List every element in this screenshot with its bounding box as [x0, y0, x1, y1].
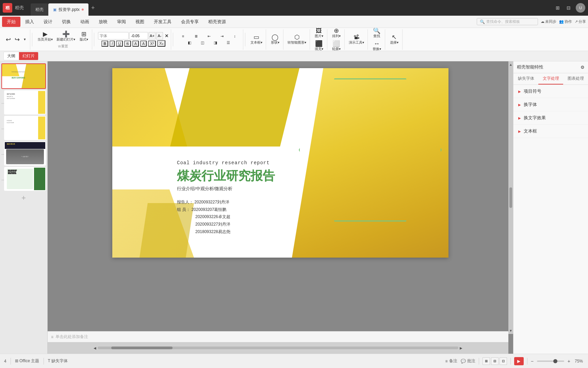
- add-slide-button-panel[interactable]: +: [1, 192, 46, 204]
- slide-thumb-3[interactable]: ■ 某某内容 ■ 会议讨论结果: [4, 116, 46, 140]
- font-row2: B I U S A A X² X₂: [101, 40, 165, 47]
- indent-decrease-button[interactable]: ⇤: [203, 33, 215, 39]
- font-size-decrease-button[interactable]: A-: [156, 32, 163, 40]
- rp-item-bullets[interactable]: ▶ 项目符号: [513, 85, 588, 98]
- right-panel-settings-icon[interactable]: ⚙: [581, 65, 585, 70]
- zoom-plus-button[interactable]: +: [568, 358, 570, 364]
- ribbon-tab-transition[interactable]: 切换: [57, 17, 76, 27]
- notes-status[interactable]: ≡ 备注: [445, 358, 457, 364]
- image-button[interactable]: 🖼 图片▾: [313, 28, 325, 39]
- tab-daoke[interactable]: 稻壳: [31, 3, 48, 16]
- ribbon-tab-dev[interactable]: 开发工具: [149, 17, 176, 27]
- scroll-down-button[interactable]: ▼: [508, 327, 513, 334]
- superscript-button[interactable]: X²: [148, 41, 156, 47]
- missing-font-label[interactable]: T 缺失字体: [48, 358, 68, 364]
- align-right-button[interactable]: ◨: [209, 40, 222, 46]
- more-undo-button[interactable]: ▾: [22, 36, 28, 42]
- undo-button[interactable]: ↩: [4, 36, 12, 43]
- ribbon-tab-daoke-res[interactable]: 稻壳资源: [203, 17, 231, 27]
- replace-button[interactable]: ↔ 替换▾: [371, 40, 383, 51]
- ribbon-tab-insert[interactable]: 插入: [20, 17, 39, 27]
- add-tab-button[interactable]: +: [88, 4, 98, 12]
- outline-label: 轮廓▾: [332, 47, 341, 51]
- rp-tab-chart[interactable]: 图表处理: [563, 73, 588, 85]
- zoom-slider[interactable]: [537, 361, 564, 362]
- align-left-button[interactable]: ◧: [183, 40, 196, 46]
- clear-format-icon[interactable]: ✕: [165, 33, 169, 39]
- layout-button[interactable]: ⊞ 版式▾: [78, 30, 90, 43]
- add-slide-button[interactable]: ➕ 新建幻灯片▾: [55, 30, 77, 43]
- select-button[interactable]: ↖ 选择▾: [388, 33, 400, 46]
- slide-thumb-1[interactable]: 煤炭行业研究报告 Coal industry research report: [1, 63, 46, 89]
- slide-thumb-2[interactable]: 煤炭产品出售报告 煤炭主要产品 煤炭产品应用领域: [4, 90, 46, 114]
- comments-status[interactable]: 💬 批注: [461, 358, 475, 364]
- collaborate-button[interactable]: 👥 协作: [559, 19, 572, 24]
- normal-view-button[interactable]: ⊞: [483, 357, 490, 365]
- font-color-button[interactable]: A: [132, 41, 139, 47]
- shape-button[interactable]: ◯ 形状▾: [269, 33, 281, 46]
- h-scroll-thumb[interactable]: [111, 347, 173, 349]
- fill-button[interactable]: ⬛ 填充▾: [313, 40, 325, 51]
- align-justify-button[interactable]: ☰: [222, 40, 234, 46]
- zoom-thumb[interactable]: [553, 359, 557, 363]
- smartart-button[interactable]: ⬡ 转智能图形▾: [286, 33, 308, 46]
- scroll-thumb[interactable]: [509, 187, 512, 208]
- slide-thumb-5[interactable]: ████ ██████ ████████████ ███ ██████ ████…: [4, 167, 46, 191]
- scroll-left-button[interactable]: ◀: [94, 346, 96, 350]
- rp-item-textbox[interactable]: ▶ 文本框: [513, 125, 588, 138]
- ribbon-tab-review[interactable]: 审阅: [112, 17, 131, 27]
- present-tool-button[interactable]: 📽 演示工具▾: [347, 33, 365, 46]
- numbering-button[interactable]: ≣: [190, 33, 202, 39]
- new-slide-button[interactable]: ▶ 当页开始▾: [36, 30, 54, 43]
- arrange-button[interactable]: ⊕ 排列▾: [330, 28, 342, 39]
- window-layout-icon[interactable]: ⊟: [565, 4, 572, 12]
- sub-ribbon: 大纲 幻灯片: [0, 51, 588, 61]
- reading-view-button[interactable]: ⊡: [500, 357, 507, 365]
- highlight-button[interactable]: A: [140, 41, 147, 47]
- line-spacing-button[interactable]: ↕: [229, 33, 241, 39]
- font-size-input[interactable]: [129, 32, 148, 40]
- grid-view-button[interactable]: ⊟: [491, 357, 499, 365]
- subscript-button[interactable]: X₂: [157, 40, 165, 47]
- ribbon-tab-member[interactable]: 会员专享: [176, 17, 203, 27]
- find-button[interactable]: 🔍 查找: [371, 28, 383, 39]
- bullets-button[interactable]: ≡: [177, 33, 189, 39]
- window-grid-icon[interactable]: ⊞: [554, 4, 561, 12]
- ribbon-tab-view[interactable]: 视图: [131, 17, 149, 27]
- strikethrough-button[interactable]: S: [124, 41, 131, 47]
- user-avatar[interactable]: U: [576, 3, 585, 13]
- play-button[interactable]: ▶: [514, 357, 524, 365]
- scroll-right-button[interactable]: ▶: [460, 346, 462, 350]
- zoom-minus-button[interactable]: −: [531, 358, 534, 364]
- italic-button[interactable]: I: [110, 41, 115, 47]
- search-placeholder[interactable]: 查找命令、搜索模板: [486, 19, 520, 24]
- ribbon-tab-slideshow[interactable]: 放映: [94, 17, 112, 27]
- notes-placeholder[interactable]: 单击此处添加备注: [55, 334, 88, 340]
- unsync-button[interactable]: ☁ 未同步: [541, 19, 556, 24]
- indent-increase-button[interactable]: ⇥: [216, 33, 228, 39]
- text-box-button[interactable]: ▭ 文本框▾: [249, 33, 264, 46]
- zoom-value[interactable]: 75%: [574, 359, 584, 364]
- bold-button[interactable]: B: [101, 41, 108, 47]
- underline-button[interactable]: U: [116, 41, 123, 47]
- share-button[interactable]: ↗ 分享: [575, 19, 586, 24]
- outline-button[interactable]: ⬜ 轮廓▾: [330, 40, 342, 51]
- rp-tab-missing-font[interactable]: 缺失字体: [513, 73, 538, 85]
- theme-label[interactable]: ⊞ Office 主题: [15, 358, 39, 364]
- rp-item-font[interactable]: ▶ 换字体: [513, 98, 588, 111]
- tab-file[interactable]: ▣ 投资学.pptx: [48, 3, 88, 16]
- ribbon-tab-home[interactable]: 开始: [2, 17, 20, 27]
- slide-thumb-4[interactable]: 煤炭主要分类 ⛏ 煤矿图片: [4, 141, 46, 166]
- ribbon-tab-animation[interactable]: 动画: [76, 17, 94, 27]
- h-scrollbar[interactable]: [98, 347, 458, 349]
- slide-tab[interactable]: 幻灯片: [19, 52, 38, 60]
- ribbon-tab-design[interactable]: 设计: [39, 17, 57, 27]
- redo-button[interactable]: ↪: [13, 36, 21, 43]
- align-center-button[interactable]: ◫: [196, 40, 209, 46]
- rp-tab-text[interactable]: 文字处理: [538, 73, 563, 85]
- rp-item-text-effect[interactable]: ▶ 换文字效果: [513, 111, 588, 125]
- font-size-increase-button[interactable]: A+: [149, 32, 156, 40]
- font-name-input[interactable]: [98, 32, 129, 40]
- outline-tab[interactable]: 大纲: [4, 52, 19, 60]
- scroll-up-button[interactable]: ▲: [508, 61, 513, 68]
